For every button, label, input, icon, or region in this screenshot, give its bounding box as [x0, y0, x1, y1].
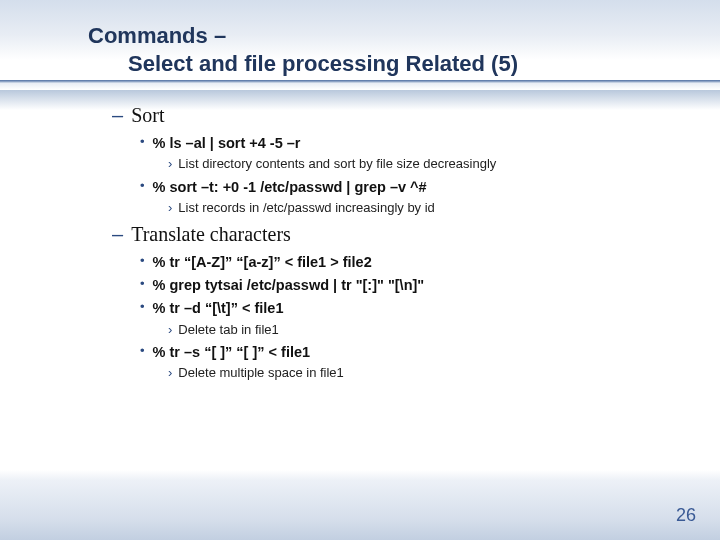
section-title: Sort	[131, 104, 164, 127]
list-item: • % grep tytsai /etc/passwd | tr "[:]" "…	[140, 275, 672, 295]
command-text: % sort –t: +0 -1 /etc/passwd | grep –v ^…	[153, 177, 427, 197]
bullet-icon: •	[140, 275, 145, 295]
page-number: 26	[676, 505, 696, 526]
slide-title: Commands – Select and file processing Re…	[88, 22, 518, 77]
command-text: % tr “[A-Z]” “[a-z]” < file1 > file2	[153, 252, 372, 272]
description-text: List records in /etc/passwd increasingly…	[178, 199, 435, 217]
description-text: List directory contents and sort by file…	[178, 155, 496, 173]
section-title: Translate characters	[131, 223, 291, 246]
title-line1: Commands –	[88, 22, 518, 50]
list-item: • % ls –al | sort +4 -5 –r	[140, 133, 672, 153]
sub-item: › Delete tab in file1	[168, 321, 672, 339]
chevron-icon: ›	[168, 155, 172, 173]
dash-icon: –	[112, 104, 123, 127]
slide-content: – Sort • % ls –al | sort +4 -5 –r › List…	[112, 100, 672, 388]
list-item: • % sort –t: +0 -1 /etc/passwd | grep –v…	[140, 177, 672, 197]
chevron-icon: ›	[168, 364, 172, 382]
bullet-icon: •	[140, 133, 145, 153]
bullet-icon: •	[140, 177, 145, 197]
command-text: % tr –s “[ ]” “[ ]” < file1	[153, 342, 311, 362]
title-line2: Select and file processing Related (5)	[128, 50, 518, 78]
command-text: % tr –d “[\t]” < file1	[153, 298, 284, 318]
list-item: • % tr “[A-Z]” “[a-z]” < file1 > file2	[140, 252, 672, 272]
bullet-icon: •	[140, 298, 145, 318]
description-text: Delete multiple space in file1	[178, 364, 343, 382]
sub-item: › List records in /etc/passwd increasing…	[168, 199, 672, 217]
command-text: % ls –al | sort +4 -5 –r	[153, 133, 301, 153]
section-heading: – Translate characters	[112, 223, 672, 246]
sub-item: › Delete multiple space in file1	[168, 364, 672, 382]
chevron-icon: ›	[168, 321, 172, 339]
section-sort: – Sort • % ls –al | sort +4 -5 –r › List…	[112, 104, 672, 217]
sub-item: › List directory contents and sort by fi…	[168, 155, 672, 173]
chevron-icon: ›	[168, 199, 172, 217]
description-text: Delete tab in file1	[178, 321, 278, 339]
list-item: • % tr –s “[ ]” “[ ]” < file1	[140, 342, 672, 362]
section-heading: – Sort	[112, 104, 672, 127]
bullet-icon: •	[140, 342, 145, 362]
bullet-icon: •	[140, 252, 145, 272]
section-translate: – Translate characters • % tr “[A-Z]” “[…	[112, 223, 672, 382]
list-item: • % tr –d “[\t]” < file1	[140, 298, 672, 318]
command-text: % grep tytsai /etc/passwd | tr "[:]" "[\…	[153, 275, 425, 295]
dash-icon: –	[112, 223, 123, 246]
